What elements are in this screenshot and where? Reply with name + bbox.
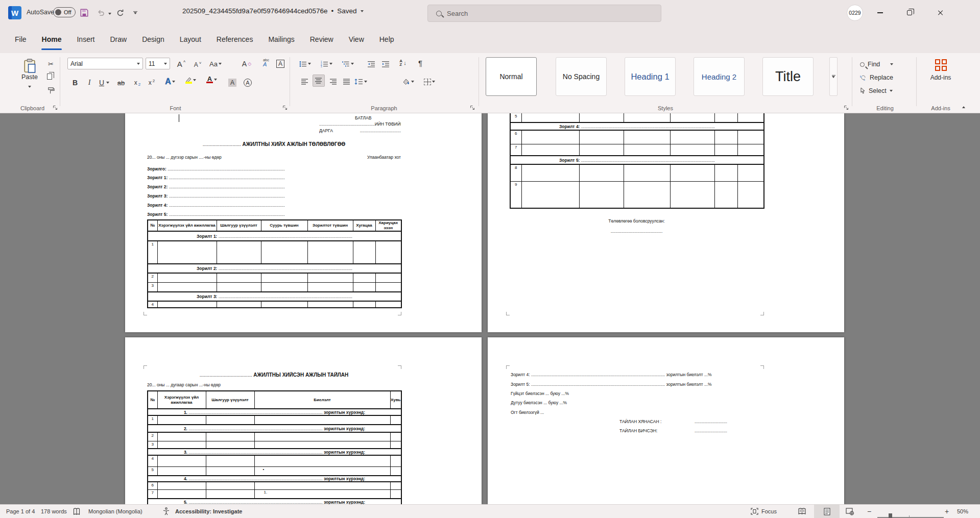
close-button[interactable]	[928, 0, 952, 26]
autosave-toggle[interactable]: Off	[53, 7, 76, 17]
restore-button[interactable]	[898, 0, 921, 26]
increase-indent-button[interactable]	[380, 58, 391, 70]
subscript-button[interactable]: x2	[132, 77, 143, 89]
change-case-button[interactable]: Aa	[209, 58, 222, 70]
bullets-button[interactable]	[299, 58, 311, 70]
font-dialog-launcher[interactable]	[282, 105, 288, 110]
style-no-spacing[interactable]: No Spacing	[556, 57, 607, 96]
tab-home[interactable]: Home	[34, 26, 69, 53]
bold-button[interactable]: B	[69, 77, 81, 89]
zoom-level[interactable]: 50%	[957, 505, 968, 518]
tab-view[interactable]: View	[341, 26, 372, 53]
page-1[interactable]: БАТЛАВ .................................…	[125, 113, 482, 332]
text-effects-button[interactable]: A	[164, 76, 176, 88]
page-2[interactable]: 5 Зорилт 4: ............................…	[488, 113, 844, 332]
shading-button[interactable]	[402, 76, 414, 88]
accessibility-status[interactable]: Accessibility: Investigate	[175, 505, 242, 518]
font-size-select[interactable]: 11	[146, 58, 170, 69]
style-title[interactable]: Title	[762, 57, 814, 96]
word-count[interactable]: 178 words	[41, 505, 67, 518]
tab-references[interactable]: References	[209, 26, 261, 53]
styles-gallery-more-button[interactable]	[829, 57, 838, 96]
document-title[interactable]: 202509_4234455fd9a7e0f597646944ced0576e …	[182, 7, 364, 15]
numbering-button[interactable]: 123	[321, 58, 332, 70]
enclose-characters-button[interactable]: A	[242, 77, 253, 89]
tab-mailings[interactable]: Mailings	[260, 26, 302, 53]
section-row: Зорилт 1: ..............................…	[148, 231, 401, 241]
page-3[interactable]: ..................................... АЖ…	[125, 337, 482, 504]
tab-file[interactable]: File	[7, 26, 34, 53]
page-indicator[interactable]: Page 1 of 4	[6, 505, 35, 518]
search-input[interactable]: Search	[427, 5, 661, 22]
page-4[interactable]: Зорилт 4: ..............................…	[488, 337, 844, 504]
zoom-out-button[interactable]: −	[867, 505, 871, 518]
undo-button[interactable]	[94, 6, 107, 19]
style-normal[interactable]: Normal	[486, 57, 537, 96]
zoom-in-button[interactable]: +	[945, 505, 949, 518]
report-table[interactable]: №Хэрэгжүүлэх үйл ажиллагааШалгуур үзүүлэ…	[147, 390, 402, 504]
underline-chevron[interactable]	[106, 82, 109, 84]
save-button[interactable]	[78, 6, 91, 19]
superscript-button[interactable]: x2	[146, 77, 157, 89]
tab-design[interactable]: Design	[134, 26, 172, 53]
web-layout-button[interactable]	[846, 505, 854, 518]
zoom-slider-thumb[interactable]	[889, 513, 892, 518]
tab-insert[interactable]: Insert	[69, 26, 102, 53]
paste-button[interactable]: Paste	[17, 58, 42, 90]
style-heading-2[interactable]: Heading 2	[694, 57, 745, 96]
accessibility-button[interactable]	[162, 505, 170, 518]
pilcrow-button[interactable]: ¶	[415, 57, 426, 69]
copy-button[interactable]	[47, 73, 52, 80]
tab-help[interactable]: Help	[372, 26, 402, 53]
decrease-indent-button[interactable]	[366, 58, 377, 70]
character-border-button[interactable]: A	[275, 58, 286, 70]
collapse-ribbon-button[interactable]	[962, 101, 965, 110]
strikethrough-button[interactable]: ab	[115, 77, 127, 89]
language-indicator[interactable]: Mongolian (Mongolia)	[88, 505, 142, 518]
zoom-slider[interactable]	[877, 511, 944, 518]
addins-button[interactable]: Add-ins	[918, 57, 963, 81]
focus-button[interactable]: Focus	[751, 505, 777, 518]
underline-button[interactable]: U	[96, 77, 107, 89]
sort-button[interactable]: AZ↓	[397, 57, 409, 69]
font-family-select[interactable]: Arial	[67, 58, 143, 69]
find-button[interactable]: Find	[860, 58, 893, 70]
qat-customize-button[interactable]	[129, 6, 142, 19]
paragraph-dialog-launcher[interactable]	[470, 105, 475, 110]
font-color-button[interactable]: A	[206, 76, 217, 83]
proofing-errors-button[interactable]	[73, 505, 80, 518]
plan-table-continued[interactable]: 5 Зорилт 4: ............................…	[510, 113, 764, 209]
replace-button[interactable]: bc Replace	[860, 71, 893, 84]
minimize-button[interactable]	[868, 0, 892, 26]
character-shading-button[interactable]: A	[227, 77, 238, 89]
multilevel-list-button[interactable]	[342, 58, 354, 70]
redo-button[interactable]	[113, 6, 127, 19]
clear-formatting-button[interactable]: A◇	[241, 58, 252, 70]
phonetic-guide-button[interactable]: abcA	[260, 57, 272, 69]
format-painter-button[interactable]	[47, 87, 55, 94]
grow-font-button[interactable]: A˄	[176, 58, 187, 70]
align-left-button[interactable]	[299, 76, 310, 88]
align-center-button[interactable]	[313, 75, 325, 87]
avatar[interactable]: 0229	[847, 5, 863, 21]
print-layout-button[interactable]	[814, 505, 840, 518]
tab-review[interactable]: Review	[302, 26, 341, 53]
highlight-button[interactable]	[185, 77, 196, 84]
tab-draw[interactable]: Draw	[102, 26, 134, 53]
cut-button[interactable]: ✂	[48, 59, 54, 68]
plan-table[interactable]: №Хэрэгжүүлэх үйл ажиллагааШалгуур үзүүлэ…	[147, 219, 402, 308]
select-button[interactable]: Select	[860, 85, 893, 97]
tab-layout[interactable]: Layout	[172, 26, 209, 53]
style-heading-1[interactable]: Heading 1	[625, 57, 676, 96]
styles-dialog-launcher[interactable]	[844, 105, 849, 110]
read-mode-button[interactable]	[798, 505, 806, 518]
borders-button[interactable]	[424, 76, 435, 88]
shrink-font-button[interactable]: A˅	[192, 59, 203, 71]
clipboard-dialog-launcher[interactable]	[53, 105, 58, 110]
word-app-icon[interactable]: W	[8, 6, 21, 19]
align-right-button[interactable]	[328, 76, 339, 88]
justify-button[interactable]	[341, 76, 352, 88]
line-spacing-button[interactable]	[354, 76, 367, 88]
undo-dropdown-chevron[interactable]	[108, 13, 111, 15]
italic-button[interactable]: I	[84, 77, 95, 89]
